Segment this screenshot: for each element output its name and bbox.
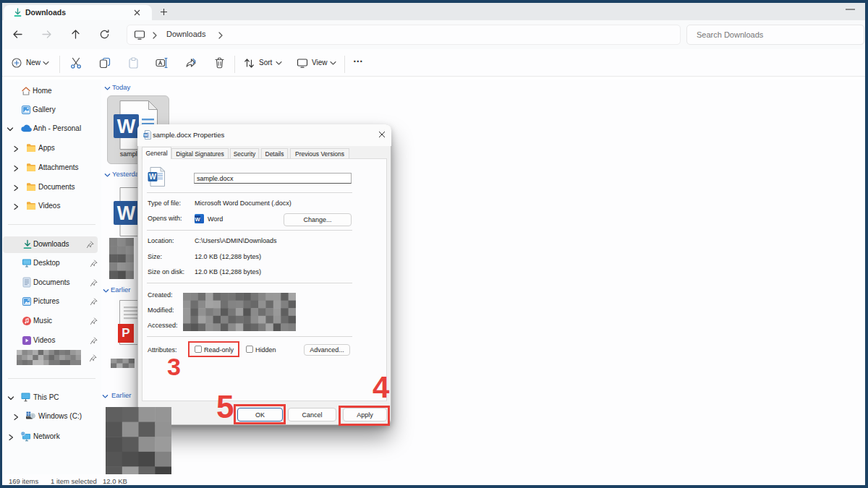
svg-text:W: W xyxy=(195,216,200,223)
svg-text:W: W xyxy=(144,133,148,137)
svg-text:W: W xyxy=(117,116,136,137)
svg-text:W: W xyxy=(149,172,156,181)
svg-text:W: W xyxy=(117,202,136,224)
